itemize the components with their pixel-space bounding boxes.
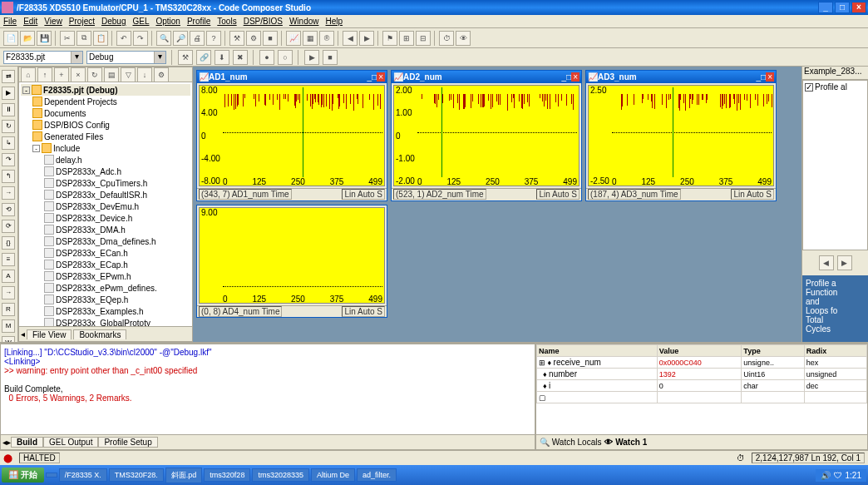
reset-icon[interactable]: ⟲ [2, 203, 15, 216]
graph-icon[interactable]: 📈 [286, 31, 301, 46]
nav-back-icon[interactable]: ◀ [343, 31, 358, 46]
menu-help[interactable]: Help [325, 17, 343, 26]
taskbar-item[interactable]: /F28335 X. [59, 468, 107, 482]
plot-canvas[interactable]: 8.004.000-4.00-8.00 0125250375499 [199, 85, 385, 186]
tree-file[interactable]: DSP2833x_ECan.h [21, 247, 190, 259]
find-icon[interactable]: 🔍 [156, 31, 171, 46]
watch-locals-tab[interactable]: 🔍 Watch Locals [540, 438, 601, 447]
chevron-down-icon[interactable]: ▾ [154, 52, 165, 63]
stop-build-icon[interactable]: ✖ [233, 50, 248, 65]
rebuild-icon[interactable]: ⚙ [246, 31, 261, 46]
graph-window-ad3[interactable]: 📈AD3_num_□× 2.50-2.50 0125250375499 (187… [585, 70, 777, 201]
mixed-icon[interactable]: ≡ [2, 253, 15, 266]
tree-del-icon[interactable]: × [71, 67, 86, 82]
system-tray[interactable]: 🔊🛡1:21 [816, 469, 866, 482]
profile-stop-icon[interactable]: ■ [323, 50, 338, 65]
registers-icon[interactable]: R [2, 303, 15, 316]
open-icon[interactable]: 📂 [20, 31, 35, 46]
profile-start-icon[interactable]: ▶ [304, 50, 319, 65]
save-icon[interactable]: 💾 [37, 31, 52, 46]
menu-file[interactable]: File [3, 17, 17, 26]
tree-folder[interactable]: Documents [21, 107, 190, 119]
tree-file[interactable]: DSP2833x_Adc.h [21, 166, 190, 177]
project-combo[interactable]: ▾ [3, 51, 83, 64]
close-button[interactable]: × [851, 2, 866, 13]
source-icon[interactable]: {} [2, 236, 15, 250]
register-icon[interactable]: ® [319, 31, 334, 46]
tree-file[interactable]: DSP2833x_EPwm.h [21, 270, 190, 282]
taskbar-item[interactable]: TMS320F28. [109, 468, 164, 482]
menu-profile[interactable]: Profile [187, 17, 210, 26]
menu-option[interactable]: Option [155, 17, 180, 26]
step-over-icon[interactable]: ↷ [2, 153, 15, 166]
tree-file[interactable]: DSP2833x_Examples.h [21, 305, 190, 317]
build-all-icon[interactable]: ⬇ [215, 50, 229, 65]
console-output[interactable]: [Linking...] "D:\CCStudio_v3.3\bin\cl200… [1, 344, 535, 434]
animate-icon[interactable]: ↻ [2, 120, 15, 133]
project-tree[interactable]: -F28335.pjt (Debug) Dependent Projects D… [19, 82, 192, 326]
close-icon[interactable]: × [766, 72, 774, 82]
taskbar-item[interactable] [46, 473, 57, 478]
halt-icon[interactable]: ⏸ [2, 103, 15, 116]
close-icon[interactable]: × [571, 72, 579, 82]
maximize-button[interactable]: □ [835, 2, 850, 13]
print-icon[interactable]: 🖨 [190, 31, 205, 46]
taskbar-item[interactable]: tms320f28 [204, 468, 250, 482]
menu-window[interactable]: Window [289, 17, 319, 26]
menu-edit[interactable]: Edit [23, 17, 37, 26]
tree-new-icon[interactable]: + [54, 67, 69, 82]
connect-icon[interactable]: ⇄ [2, 70, 15, 83]
tree-col-icon[interactable]: ▤ [104, 67, 119, 82]
tree-file[interactable]: DSP2833x_Device.h [21, 212, 190, 224]
compile-icon[interactable]: ⚒ [178, 50, 193, 65]
tree-tab-prev[interactable]: ◂ [21, 329, 25, 339]
build-icon[interactable]: ⚒ [229, 31, 244, 46]
minimize-button[interactable]: _ [818, 2, 833, 13]
collapse-icon[interactable]: ⊟ [416, 31, 431, 46]
paste-icon[interactable]: 📋 [93, 31, 108, 46]
stop-icon[interactable]: ■ [263, 31, 278, 46]
help-icon[interactable]: ? [206, 31, 221, 46]
tree-folder[interactable]: DSP/BIOS Config [21, 119, 190, 131]
tree-refresh-icon[interactable]: ↻ [87, 67, 102, 82]
tree-file[interactable]: DSP2833x_CpuTimers.h [21, 177, 190, 189]
nav-fwd-icon[interactable]: ▶ [359, 31, 374, 46]
taskbar-item[interactable]: ad_filter. [357, 468, 397, 482]
watch-win-icon[interactable]: W [2, 336, 15, 342]
taskbar-item[interactable]: tms32028335 [252, 468, 309, 482]
config-combo-input[interactable] [87, 52, 154, 63]
watch-icon[interactable]: 👁 [456, 31, 471, 46]
taskbar-item[interactable]: Altium De [311, 468, 355, 482]
menu-gel[interactable]: GEL [132, 17, 149, 26]
profile-icon[interactable]: ⏱ [439, 31, 454, 46]
watch1-tab[interactable]: 👁 Watch 1 [604, 438, 647, 447]
tab-prev-icon[interactable]: ◂▸ [2, 438, 11, 447]
start-button[interactable]: 🪟 开始 [2, 468, 44, 483]
tree-file[interactable]: DSP2833x_DefaultISR.h [21, 189, 190, 200]
watch-table[interactable]: NameValueTypeRadix ⊞ ♦ receive_num0x0000… [536, 344, 867, 403]
expand-icon[interactable]: ⊞ [399, 31, 414, 46]
tree-folder[interactable]: -Include [21, 142, 190, 154]
tree-file[interactable]: DSP2833x_ePwm_defines. [21, 282, 190, 294]
tree-sort-icon[interactable]: ↓ [137, 67, 152, 82]
tree-folder[interactable]: Generated Files [21, 131, 190, 142]
memory-icon[interactable]: ▦ [303, 31, 318, 46]
step-out-icon[interactable]: ↰ [2, 170, 15, 183]
tree-file[interactable]: DSP2833x_EQep.h [21, 294, 190, 305]
memory-view-icon[interactable]: M [2, 319, 15, 333]
redo-icon[interactable]: ↷ [133, 31, 148, 46]
breakpoint-icon[interactable]: ● [259, 50, 274, 65]
goto-icon[interactable]: → [2, 286, 15, 299]
bookmark-icon[interactable]: ⚑ [382, 31, 397, 46]
profile-checkbox[interactable]: ✓Profile al [803, 81, 867, 93]
cut-icon[interactable]: ✂ [60, 31, 75, 46]
project-combo-input[interactable] [4, 52, 71, 63]
menu-project[interactable]: Project [69, 17, 95, 26]
graph-window-ad2[interactable]: 📈AD2_num_□× 2.001.000-1.00-2.00 01252503… [391, 70, 582, 201]
tree-filter-icon[interactable]: ▽ [121, 67, 136, 82]
graph-window-ad1[interactable]: 📈AD1_num_□× 8.004.000-4.00-8.00 01252503… [196, 70, 387, 201]
prev-icon[interactable]: ◀ [819, 255, 834, 270]
config-combo[interactable]: ▾ [86, 51, 166, 64]
menu-dspbios[interactable]: DSP/BIOS [244, 17, 283, 26]
findnext-icon[interactable]: 🔎 [173, 31, 188, 46]
